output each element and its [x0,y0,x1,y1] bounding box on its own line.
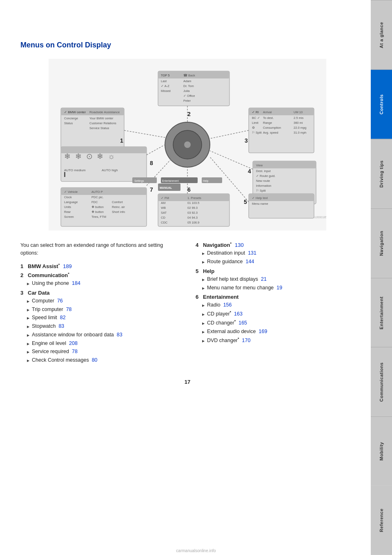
sub-label-3-2: Trip computer [32,306,63,313]
triangle-icon: ▶ [202,278,205,282]
sub-page-6-4: 169 [259,328,267,336]
asterisk-6-2: * [230,310,232,314]
svg-text:⊙: ⊙ [86,152,93,161]
svg-text:2: 2 [187,111,191,117]
svg-text:✓ RI: ✓ RI [252,110,259,114]
sub-page-6-1: 156 [223,301,232,309]
triangle-icon: ▶ [202,286,205,291]
sidebar-tab-driving-tips[interactable]: Driving tips [371,139,392,208]
triangle-icon: ▶ [202,303,205,308]
svg-text:SAT: SAT [161,211,167,215]
sub-page-4-2: 144 [246,258,254,266]
list-item-5: 5 Help ▶ Brief help text displays 21 ▶ M… [196,268,354,292]
triangle-icon: ▶ [202,321,205,326]
sub-items-2: ▶ Using the phone 184 [27,280,179,287]
svg-text:2.5 mis: 2.5 mis [294,116,303,120]
svg-text:Peter: Peter [183,99,191,103]
svg-text:22.0 mpg: 22.0 mpg [294,126,306,130]
svg-text:⚙: ⚙ [252,126,255,130]
svg-text:Roadside Assistance: Roadside Assistance [89,110,120,114]
list-item-4: 4 Navigation* 130 ▶ Destination input 13… [196,242,354,266]
sub-label-3-3: Speed limit [32,314,57,322]
sidebar-tab-reference[interactable]: Reference [371,486,392,555]
svg-text:WB: WB [161,206,166,210]
svg-text:360 mi: 360 mi [294,121,303,125]
main-content: Menus on Control Display ✓ BMW center Ro… [0,0,371,401]
sidebar-tab-entertainment[interactable]: Entertainment [371,278,392,347]
svg-text:AM: AM [161,201,165,205]
svg-text:✓ Office: ✓ Office [183,94,195,98]
svg-text:✓ Route guid.: ✓ Route guid. [256,174,275,178]
page-number: 17 [20,379,354,385]
svg-text:AUTO P: AUTO P [91,190,103,194]
svg-text:Entertainment: Entertainment [162,179,179,182]
list-item-2: 2 Communication* ▶ Using the phone 184 [20,272,179,287]
asterisk-2: * [68,272,69,276]
svg-text:Last: Last [161,79,167,83]
svg-text:3: 3 [245,137,248,144]
sub-items-5: ▶ Brief help text displays 21 ▶ Menu nam… [202,275,354,292]
triangle-icon: ▶ [27,282,29,286]
sub-label-4-2: Route guidance [207,258,243,266]
svg-point-3 [184,141,191,148]
list-item-6: 6 Entertainment ▶ Radio 156 ▶ CD player*… [196,294,354,344]
svg-text:☎ Back: ☎ Back [183,74,195,77]
sub-item-3-4: ▶ Stopwatch 83 [27,322,179,330]
sub-label-2-1: Using the phone [32,280,69,287]
sub-label-3-7: Service required [32,348,69,356]
sub-page-6-5: 170 [242,337,251,345]
svg-text:AUTO high: AUTO high [102,168,118,172]
sub-item-6-4: ▶ External audio device 169 [202,328,354,336]
sidebar-tab-mobility[interactable]: Mobility [371,416,392,486]
svg-text:Dest. input: Dest. input [256,169,271,173]
svg-text:MANUAL: MANUAL [160,186,172,189]
svg-text:Arrival: Arrival [263,110,272,114]
svg-text:4: 4 [248,168,251,175]
svg-text:7: 7 [150,186,153,193]
sub-item-4-2: ▶ Route guidance 144 [202,258,354,266]
svg-text:Your BMW center: Your BMW center [89,116,114,120]
triangle-icon: ▶ [27,350,29,355]
sub-page-4-1: 131 [248,249,256,257]
svg-text:Dr. Tom: Dr. Tom [183,84,194,88]
sub-label-6-4: External audio device [207,328,256,336]
svg-text:Screen: Screen [64,215,74,219]
right-column: 4 Navigation* 130 ▶ Destination input 13… [196,242,354,367]
svg-text:1: 1 [120,137,123,144]
sidebar-tab-navigation[interactable]: Navigation [371,208,392,278]
sub-label-5-2: Menu name for menu change [207,284,274,292]
svg-text:31.0 mph: 31.0 mph [294,131,306,134]
svg-text:8: 8 [150,160,153,166]
svg-text:6: 6 [187,186,191,193]
item-label-6: Entertainment [203,294,238,300]
sub-items-4: ▶ Destination input 131 ▶ Route guidance… [202,249,354,266]
svg-text:FDC: FDC [91,200,98,204]
item-number-2: 2 [20,272,26,278]
svg-text:Customer Relations: Customer Relations [89,121,116,125]
sub-item-6-1: ▶ Radio 156 [202,301,354,309]
sub-label-4-1: Destination input [207,249,245,257]
diagram-area: ✓ BMW center Roadside Assistance Concier… [20,57,354,233]
sub-item-3-2: ▶ Trip computer 78 [27,306,179,313]
svg-text:Rear: Rear [64,210,71,214]
triangle-icon: ▶ [202,251,205,256]
svg-text:Help: Help [203,179,209,183]
sub-item-3-5: ▶ Assistance window for onboard data 83 [27,331,179,339]
sub-item-3-7: ▶ Service required 78 [27,348,179,356]
svg-text:✓ A-Z: ✓ A-Z [161,84,169,88]
svg-text:View: View [256,163,263,167]
sidebar-tab-communications[interactable]: Communications [371,347,392,416]
svg-text:CD: CD [161,216,165,219]
sidebar-tab-at-a-glance[interactable]: At a glance [371,0,392,69]
sub-label-6-1: Radio [207,301,220,309]
svg-text:04 94.3: 04 94.3 [187,216,198,219]
asterisk-1: * [58,263,60,267]
asterisk-6-5: * [238,337,239,341]
triangle-icon: ▶ [27,358,29,363]
sidebar-tab-controls[interactable]: Controls [371,69,392,139]
sub-item-6-2: ▶ CD player* 163 [202,310,354,318]
svg-text:TOP 5: TOP 5 [161,74,169,77]
sub-page-3-3: 82 [60,314,66,322]
svg-text:Settings: Settings [134,179,144,183]
svg-text:Avg. speed: Avg. speed [263,131,278,134]
